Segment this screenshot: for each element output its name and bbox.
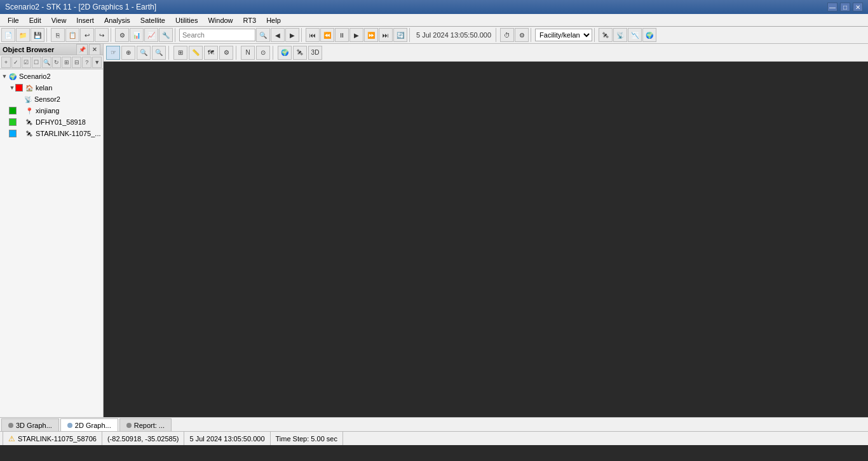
menu-file[interactable]: File	[3, 15, 24, 25]
report-btn[interactable]: 📊	[130, 28, 144, 42]
map-3d-btn[interactable]: 3D	[308, 46, 322, 60]
menu-help[interactable]: Help	[261, 15, 286, 25]
menu-analysis[interactable]: Analysis	[99, 15, 135, 25]
tab-report[interactable]: Report: ...	[119, 418, 172, 431]
status-time: 5 Jul 2024 13:05:50.000	[189, 435, 264, 443]
ob-search-btn[interactable]: 🔍	[42, 57, 51, 68]
tree-item-xinjiang[interactable]: 📍 xinjiang	[1, 105, 102, 116]
expand-xinjiang[interactable]	[18, 107, 24, 114]
tab-3d-graph[interactable]: 3D Graph...	[1, 418, 59, 431]
expand-starlink[interactable]	[18, 130, 24, 137]
facility-dropdown[interactable]: Facility/kelan	[535, 29, 592, 41]
tab-2d-label: 2D Graph...	[75, 422, 111, 429]
open-btn[interactable]: 📁	[16, 28, 30, 42]
main-layout: Object Browser 📌 ✕ + ✓ ☑ ☐ 🔍 ↻ ⊞ ⊟ ? ▼ ▼…	[0, 44, 868, 417]
play-back-btn[interactable]: ⏪	[320, 28, 334, 42]
minimize-button[interactable]: —	[827, 3, 837, 11]
tree-item-dfhy01[interactable]: 🛰 DFHY01_58918	[1, 116, 102, 128]
chart-btn[interactable]: 📉	[628, 28, 642, 42]
map-container[interactable]: ☞ ⊕ 🔍 🔍 ⊞ 📏 🗺 ⚙ N ⊙ 🌍 🛰 3D	[104, 44, 868, 417]
ob-check-btn[interactable]: ☑	[22, 57, 31, 68]
back-btn[interactable]: ◀	[271, 28, 285, 42]
menu-edit[interactable]: Edit	[24, 15, 46, 25]
more-tools-btn[interactable]: 🛰	[599, 28, 613, 42]
expand-kelan[interactable]: ▼	[9, 85, 15, 91]
save-btn[interactable]: 💾	[31, 28, 44, 42]
pause-btn[interactable]: ⏸	[335, 28, 349, 42]
menu-utilities[interactable]: Utilities	[170, 15, 203, 25]
ob-title: Object Browser	[3, 46, 54, 53]
loop-btn[interactable]: 🔄	[393, 28, 407, 42]
play-fast-btn[interactable]: ⏩	[364, 28, 378, 42]
dfhy01-color	[9, 118, 17, 126]
graph-btn[interactable]: 📈	[144, 28, 158, 42]
map-center-btn[interactable]: ⊙	[256, 46, 270, 60]
datetime-display: 5 Jul 2024 13:05:50.000	[414, 31, 494, 39]
properties-btn[interactable]: ⚙	[115, 28, 129, 42]
map-recenter-btn[interactable]: ⊕	[121, 46, 135, 60]
map-fit-btn[interactable]: ⊞	[173, 46, 187, 60]
map-sat-btn[interactable]: 🛰	[293, 46, 307, 60]
copy-btn[interactable]: ⎘	[51, 28, 65, 42]
menu-satellite[interactable]: Satellite	[135, 15, 170, 25]
tree-item-starlink[interactable]: 🛰 STARLINK-11075_...	[1, 128, 102, 139]
map-zoom-out-btn[interactable]: 🔍	[152, 46, 166, 60]
ob-expand-btn[interactable]: ⊞	[62, 57, 71, 68]
ob-pin-btn[interactable]: 📌	[76, 44, 88, 55]
window-title: Scenario2 - STK 11 - [2D Graphics 1 - Ea…	[5, 3, 156, 11]
map-layer-btn[interactable]: 🗺	[204, 46, 218, 60]
scenario-icon: 🌍	[8, 71, 18, 81]
tab-2d-dot	[67, 423, 72, 428]
expand-sensor2[interactable]	[17, 96, 23, 102]
map-globe-btn[interactable]: 🌍	[278, 46, 292, 60]
menu-rt3[interactable]: RT3	[238, 15, 262, 25]
ob-new-btn[interactable]: +	[1, 57, 11, 68]
menu-insert[interactable]: Insert	[71, 15, 99, 25]
ob-refresh-btn[interactable]: ↻	[52, 57, 62, 68]
orbit-btn[interactable]: 🌍	[642, 28, 656, 42]
analysis-btn[interactable]: 📡	[613, 28, 627, 42]
expand-dfhy01[interactable]	[18, 119, 24, 125]
xinjiang-icon: 📍	[24, 106, 34, 116]
ob-uncheck-btn[interactable]: ☐	[32, 57, 41, 68]
realtime-btn[interactable]: ⏱	[500, 28, 514, 42]
ob-collapse-btn[interactable]: ⊟	[72, 57, 81, 68]
ob-close-btn[interactable]: ✕	[89, 44, 100, 55]
menu-window[interactable]: Window	[203, 15, 238, 25]
new-scenario-btn[interactable]: 📄	[1, 28, 15, 42]
maximize-button[interactable]: □	[840, 3, 850, 11]
window-controls[interactable]: — □ ✕	[827, 3, 863, 11]
tree-item-kelan[interactable]: ▼ 🏠 kelan	[1, 82, 102, 93]
ob-toolbar: + ✓ ☑ ☐ 🔍 ↻ ⊞ ⊟ ? ▼	[0, 55, 103, 69]
status-bar: ⚠ STARLINK-11075_58706 (-82.50918, -35.0…	[0, 431, 868, 445]
undo-btn[interactable]: ↩	[80, 28, 94, 42]
ob-more-btn[interactable]: ▼	[92, 57, 102, 68]
tree-item-scenario[interactable]: ▼ 🌍 Scenario2	[1, 71, 102, 82]
menu-view[interactable]: View	[46, 15, 72, 25]
ob-delete-btn[interactable]: ✓	[11, 57, 21, 68]
ob-help-btn[interactable]: ?	[82, 57, 92, 68]
ob-header: Object Browser 📌 ✕	[0, 44, 103, 55]
search-button[interactable]: 🔍	[256, 28, 270, 42]
map-ruler-btn[interactable]: 📏	[189, 46, 203, 60]
map-prop-btn[interactable]: ⚙	[219, 46, 233, 60]
step-fwd-btn[interactable]: ⏭	[379, 28, 393, 42]
map-north-btn[interactable]: N	[241, 46, 255, 60]
map-zoom-in-btn[interactable]: 🔍	[137, 46, 151, 60]
tree-item-sensor2[interactable]: 📡 Sensor2	[1, 93, 102, 105]
status-datetime: 5 Jul 2024 13:05:50.000	[184, 432, 270, 445]
expand-scenario[interactable]: ▼	[1, 73, 8, 79]
redo-btn[interactable]: ↪	[95, 28, 109, 42]
paste-btn[interactable]: 📋	[65, 28, 79, 42]
settings-btn[interactable]: ⚙	[515, 28, 529, 42]
tab-2d-graph[interactable]: 2D Graph...	[60, 418, 118, 431]
map-hand-btn[interactable]: ☞	[106, 46, 120, 60]
tools-btn[interactable]: 🔧	[159, 28, 173, 42]
search-input[interactable]	[179, 29, 255, 41]
forward-btn[interactable]: ▶	[285, 28, 299, 42]
play-btn[interactable]: ▶	[349, 28, 363, 42]
step-back-btn[interactable]: ⏮	[306, 28, 320, 42]
dfhy01-icon: 🛰	[24, 117, 34, 127]
object-browser-panel: Object Browser 📌 ✕ + ✓ ☑ ☐ 🔍 ↻ ⊞ ⊟ ? ▼ ▼…	[0, 44, 104, 417]
close-button[interactable]: ✕	[853, 3, 863, 11]
